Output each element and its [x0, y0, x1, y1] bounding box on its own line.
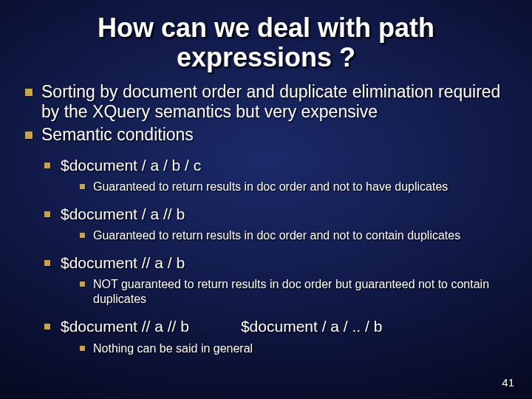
case-4: $document // a // b $document / a / .. /… [41, 317, 511, 355]
case-3-note: NOT guaranteed to return results in doc … [77, 277, 511, 307]
case-4-expr-a: $document // a // b [61, 317, 189, 336]
case-2-expr: $document / a // b [61, 205, 185, 222]
level1-list: Sorting by document order and duplicate … [21, 82, 511, 145]
case-1: $document / a / b / c Guaranteed to retu… [41, 156, 511, 194]
case-1-expr: $document / a / b / c [61, 157, 201, 174]
case-1-note: Guaranteed to return results in doc orde… [77, 180, 511, 194]
page-number: 41 [502, 376, 514, 389]
case-3: $document // a / b NOT guaranteed to ret… [41, 253, 511, 307]
level2-list: $document / a / b / c Guaranteed to retu… [41, 156, 511, 356]
slide-title: How can we deal with path expressions ? [21, 13, 511, 72]
slide: How can we deal with path expressions ? … [0, 0, 532, 399]
case-4-expr-b: $document / a / .. / b [241, 317, 382, 336]
bullet-sorting: Sorting by document order and duplicate … [21, 82, 511, 122]
case-4-note: Nothing can be said in general [77, 341, 511, 356]
case-3-expr: $document // a / b [61, 254, 185, 271]
case-2: $document / a // b Guaranteed to return … [41, 205, 511, 243]
case-2-note: Guaranteed to return results in doc orde… [77, 228, 511, 243]
bullet-semantic-conditions: Semantic conditions [21, 125, 511, 145]
